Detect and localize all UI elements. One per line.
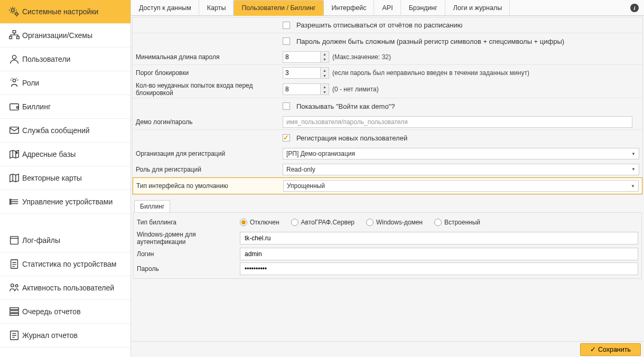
org-icon	[6, 30, 22, 41]
sidebar: Системные настройки Организации/Схемы По…	[0, 0, 131, 357]
sidebar-item-organizations[interactable]: Организации/Схемы	[0, 24, 130, 48]
tab-branding[interactable]: Брэндинг	[401, 0, 445, 16]
spinner-down-icon[interactable]: ▼	[321, 89, 329, 95]
save-button[interactable]: ✓ Сохранить	[580, 343, 641, 356]
sidebar-item-report-journal[interactable]: Журнал отчетов	[0, 324, 130, 347]
content-area: Разрешить отписываться от отчётов по рас…	[131, 16, 644, 341]
show-demo-label: Показывать "Войти как demo"?	[296, 102, 395, 110]
sidebar-item-label: Лог-файлы	[22, 236, 125, 245]
login-input[interactable]	[240, 248, 638, 260]
main: Доступ к данным Карты Пользователи / Бил…	[131, 0, 644, 357]
radio-autograf[interactable]: АвтоГРАФ.Сервер	[291, 219, 355, 226]
radio-builtin[interactable]: Встроенный	[434, 219, 480, 226]
checkbox-show-demo[interactable]	[283, 102, 290, 110]
spinner-down-icon[interactable]: ▼	[321, 73, 329, 78]
sidebar-item-report-queue[interactable]: Очередь отчетов	[0, 300, 130, 324]
billing-section-tab[interactable]: Биллинг	[134, 200, 170, 212]
sidebar-item-label: Системные настройки	[22, 7, 125, 16]
stats-icon	[6, 258, 22, 270]
sidebar-item-logfiles[interactable]: Лог-файлы	[0, 229, 130, 252]
reg-org-label: Организация для регистраций	[136, 150, 283, 157]
sidebar-item-user-activity[interactable]: Активность пользователей	[0, 276, 130, 300]
sidebar-item-label: Векторные карты	[22, 174, 125, 182]
radio-windows-domain[interactable]: Windows-домен	[366, 219, 423, 226]
sidebar-item-label: Очередь отчетов	[22, 307, 125, 316]
sidebar-item-billing[interactable]: Биллинг	[0, 95, 130, 119]
radio-disabled[interactable]: Отключен	[240, 219, 279, 226]
checkbox-new-user-registration[interactable]	[283, 134, 290, 142]
new-user-reg-label: Регистрация новых пользователей	[296, 134, 407, 142]
svg-rect-17	[10, 308, 19, 310]
tab-users-billing[interactable]: Пользователи / Биллинг	[234, 0, 323, 16]
lockout-threshold-input[interactable]	[283, 67, 321, 79]
demo-login-input[interactable]	[283, 116, 632, 128]
svg-point-0	[12, 9, 15, 12]
svg-rect-14	[11, 260, 18, 269]
tab-interface[interactable]: Интерфейс	[324, 0, 375, 16]
sidebar-item-system-settings[interactable]: Системные настройки	[0, 0, 130, 24]
save-button-label: Сохранить	[598, 346, 631, 353]
radio-icon	[366, 219, 374, 226]
svg-point-15	[11, 284, 14, 287]
sidebar-item-vector-maps[interactable]: Векторные карты	[0, 166, 130, 190]
spinner-up-icon[interactable]: ▲	[321, 84, 329, 89]
spinner-up-icon[interactable]: ▲	[321, 52, 329, 57]
win-domain-input[interactable]	[240, 232, 638, 245]
radio-icon	[434, 219, 442, 226]
lockout-threshold-hint: (если пароль был неправильно введен в те…	[332, 69, 529, 77]
password-label: Пароль	[137, 265, 240, 273]
roles-icon	[6, 77, 22, 89]
failed-attempts-label: Кол-во неудачных попыток входа перед бло…	[136, 82, 283, 97]
min-pwd-length-hint: (Макс.значение: 32)	[332, 53, 391, 61]
svg-rect-18	[10, 311, 19, 313]
svg-rect-4	[17, 36, 20, 39]
checkbox-complex-password[interactable]	[283, 37, 290, 45]
chevron-down-icon: ▼	[631, 152, 636, 156]
activity-icon	[6, 282, 22, 294]
svg-point-1	[15, 13, 18, 15]
sidebar-item-label: Служба сообщений	[22, 126, 125, 135]
sidebar-item-label: Журнал отчетов	[22, 331, 125, 340]
spinner-up-icon[interactable]: ▲	[321, 68, 329, 73]
sidebar-item-label: Управление устройствами	[22, 198, 125, 206]
win-domain-label: Windows-домен для аутентификации	[137, 231, 240, 246]
svg-rect-3	[10, 36, 12, 39]
min-pwd-length-input[interactable]	[283, 51, 321, 63]
sidebar-item-addresses[interactable]: Адресные базы	[0, 143, 130, 166]
sidebar-item-devices[interactable]: Управление устройствами	[0, 190, 130, 214]
check-icon: ✓	[590, 345, 596, 353]
login-label: Логин	[137, 250, 240, 258]
lockout-threshold-label: Порог блокировки	[136, 69, 283, 77]
tab-data-access[interactable]: Доступ к данным	[131, 0, 199, 16]
svg-point-9	[16, 152, 17, 154]
log-icon	[6, 234, 22, 246]
tab-maps[interactable]: Карты	[199, 0, 234, 16]
password-input[interactable]	[240, 262, 638, 275]
default-interface-select[interactable]: Упрощенный ▼	[283, 180, 639, 192]
reg-org-select[interactable]: [РП] Демо-организация ▼	[283, 148, 639, 159]
svg-rect-13	[11, 237, 18, 245]
sidebar-item-messages[interactable]: Служба сообщений	[0, 119, 130, 143]
sidebar-item-label: Пользователи	[22, 55, 125, 63]
sidebar-item-device-stats[interactable]: Статистика по устройствам	[0, 252, 130, 276]
reg-role-select[interactable]: Read-only ▼	[283, 164, 639, 175]
svg-rect-8	[10, 127, 19, 134]
reg-role-label: Роль для регистраций	[136, 166, 283, 173]
user-icon	[6, 53, 22, 65]
wallet-icon	[6, 101, 22, 112]
sidebar-item-users[interactable]: Пользователи	[0, 48, 130, 71]
gears-icon	[6, 6, 22, 17]
failed-attempts-input[interactable]	[283, 83, 321, 95]
svg-rect-2	[13, 31, 16, 33]
mail-icon	[6, 125, 22, 136]
chevron-down-icon: ▼	[631, 167, 636, 172]
tab-logs[interactable]: Логи и журналы	[445, 0, 510, 16]
info-icon[interactable]: i	[630, 4, 639, 12]
default-interface-value: Упрощенный	[287, 182, 325, 190]
svg-point-11	[10, 201, 11, 203]
spinner-down-icon[interactable]: ▼	[321, 57, 329, 62]
tab-api[interactable]: API	[374, 0, 400, 16]
complex-password-label: Пароль должен быть сложным (разный регис…	[296, 37, 564, 45]
checkbox-allow-unsubscribe[interactable]	[283, 22, 290, 29]
sidebar-item-roles[interactable]: Роли	[0, 71, 130, 95]
